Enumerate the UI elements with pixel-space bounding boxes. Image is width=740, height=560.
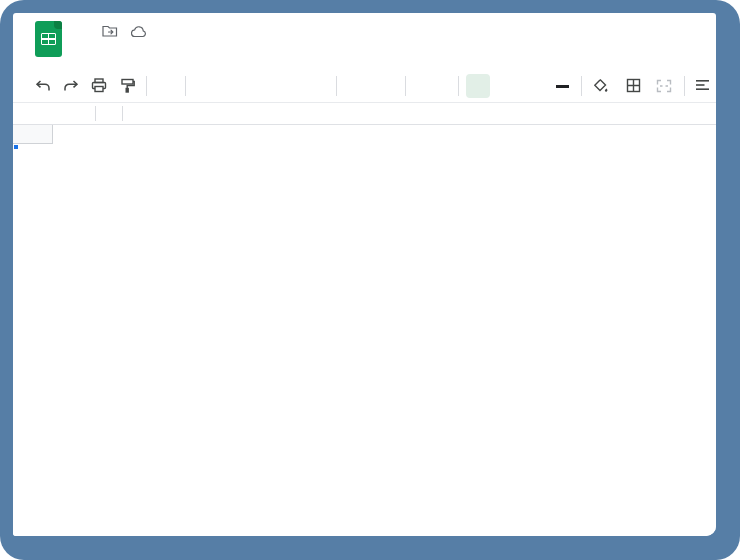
menu-file[interactable] <box>68 50 84 54</box>
undo-button[interactable] <box>31 74 55 98</box>
sheets-window <box>13 13 716 536</box>
merge-cells-button[interactable] <box>653 74 677 98</box>
format-percent-button[interactable] <box>221 74 245 98</box>
menu-tools[interactable] <box>164 50 180 54</box>
font-family-select[interactable] <box>344 74 398 98</box>
select-all-corner[interactable] <box>13 125 53 144</box>
borders-button[interactable] <box>621 74 645 98</box>
menu-view[interactable] <box>100 50 116 54</box>
spreadsheet-grid <box>13 125 716 536</box>
zoom-select[interactable] <box>154 74 178 98</box>
italic-button[interactable] <box>494 74 518 98</box>
toolbar-separator <box>684 76 685 96</box>
toolbar-separator <box>405 76 406 96</box>
column-headers <box>13 125 716 144</box>
decrease-decimal-button[interactable] <box>249 74 273 98</box>
bold-button[interactable] <box>466 74 490 98</box>
strikethrough-button[interactable] <box>522 74 546 98</box>
sheets-logo-icon[interactable] <box>35 21 62 57</box>
toolbar <box>13 70 716 101</box>
redo-button[interactable] <box>59 74 83 98</box>
menu-insert[interactable] <box>116 50 132 54</box>
logo-fold <box>54 21 62 29</box>
text-color-button[interactable] <box>550 74 574 98</box>
fill-handle[interactable] <box>13 144 19 150</box>
horizontal-align-button[interactable] <box>692 74 716 98</box>
app-frame <box>0 0 740 560</box>
increase-decimal-button[interactable] <box>277 74 301 98</box>
paint-format-button[interactable] <box>115 74 139 98</box>
move-to-folder-icon[interactable] <box>102 24 118 38</box>
menu-edit[interactable] <box>84 50 100 54</box>
print-button[interactable] <box>87 74 111 98</box>
menu-extensions[interactable] <box>180 50 196 54</box>
menu-bar <box>68 50 212 54</box>
font-size-select[interactable] <box>413 74 451 98</box>
selection-outline <box>13 144 17 148</box>
toolbar-separator <box>458 76 459 96</box>
formula-bar <box>13 102 716 125</box>
title-row <box>76 24 148 38</box>
toolbar-separator <box>146 76 147 96</box>
format-currency-button[interactable] <box>193 74 217 98</box>
more-formats-button[interactable] <box>305 74 329 98</box>
menu-data[interactable] <box>148 50 164 54</box>
formula-input[interactable] <box>123 103 716 124</box>
color-bar <box>556 85 569 88</box>
cloud-saved-icon[interactable] <box>131 25 148 38</box>
toolbar-separator <box>185 76 186 96</box>
logo-grid <box>41 33 56 45</box>
toolbar-separator <box>581 76 582 96</box>
fill-color-button[interactable] <box>589 74 613 98</box>
menu-help[interactable] <box>196 50 212 54</box>
toolbar-separator <box>336 76 337 96</box>
formula-bar-divider <box>95 106 96 121</box>
menu-format[interactable] <box>132 50 148 54</box>
